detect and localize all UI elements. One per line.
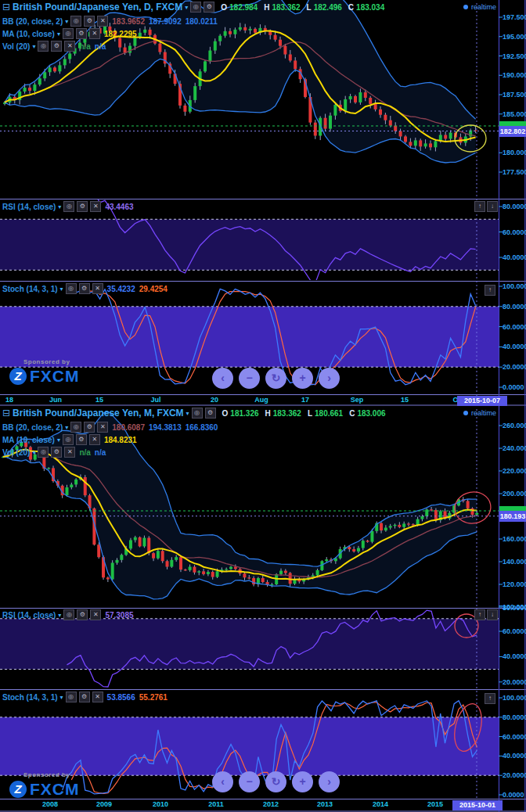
eye-icon[interactable]: ◎ — [63, 609, 74, 620]
eye-icon[interactable]: ◎ — [63, 201, 74, 212]
eye-icon[interactable]: ◎ — [192, 408, 203, 419]
eye-icon[interactable]: ◎ — [190, 2, 201, 13]
move-pane-down-icon[interactable]: ↓ — [487, 609, 498, 620]
reset-view-button[interactable]: ↻ — [265, 368, 286, 389]
eye-icon[interactable]: ◎ — [63, 28, 74, 39]
indicator-label-bb[interactable]: BB (20, close, 2) — [2, 17, 63, 26]
bb-lower-value: 166.8360 — [186, 423, 218, 432]
gear-icon[interactable]: ⚙ — [204, 2, 214, 13]
realtime-dot-icon — [463, 411, 468, 415]
close-icon[interactable]: ✕ — [92, 692, 103, 702]
gear-icon[interactable]: ⚙ — [76, 28, 87, 39]
move-pane-up-icon[interactable]: ↑ — [474, 609, 485, 620]
indicator-label-vol[interactable]: Vol (20) — [2, 448, 30, 457]
zoom-in-button[interactable]: + — [292, 771, 313, 792]
stoch-d-value: 29.4254 — [139, 285, 168, 293]
gear-icon[interactable]: ⚙ — [77, 609, 88, 620]
chevron-down-icon: ▾ — [32, 449, 35, 456]
rsi-pane[interactable] — [0, 610, 499, 687]
price-tick-label: 187.500 — [503, 91, 526, 99]
close-icon[interactable]: ✕ — [90, 609, 101, 620]
pane-controls-rsi-monthly: ↑ ↓ — [474, 609, 498, 620]
rsi-tick-label: 60.0000 — [503, 228, 526, 236]
eye-icon[interactable]: ◎ — [63, 434, 74, 445]
indicator-label-rsi[interactable]: RSI (14, close) — [2, 611, 56, 620]
eye-icon[interactable]: ◎ — [70, 422, 81, 433]
collapse-chart-icon[interactable]: ⊟ — [2, 2, 10, 12]
close-icon[interactable]: ✕ — [97, 16, 108, 27]
eye-icon[interactable]: ◎ — [38, 41, 49, 52]
symbol-title-daily[interactable]: British Pound/Japanese Yen, D, FXCM — [13, 2, 182, 13]
indicator-row-stoch-daily: Stoch (14, 3, 1) ▾ ◎ ⚙ ✕ 35.4232 29.4254 — [2, 283, 168, 294]
close-icon[interactable]: ✕ — [97, 422, 108, 433]
eye-icon[interactable]: ◎ — [70, 16, 81, 27]
eye-icon[interactable]: ◎ — [66, 283, 77, 294]
indicator-row-ma-daily: MA (10, close) ▾ ◎ ⚙ ✕ 182.2295 — [2, 28, 137, 39]
stoch-tick-label: 100.000 — [503, 282, 526, 290]
pane-controls-rsi-daily: ↑ ↓ — [474, 201, 498, 212]
low-letter: L — [308, 409, 312, 418]
chart-canvas[interactable] — [0, 0, 526, 812]
fxcm-logo-icon: Z — [9, 368, 27, 385]
zoom-in-button[interactable]: + — [292, 368, 313, 389]
close-icon[interactable]: ✕ — [64, 447, 75, 458]
open-letter: O — [222, 409, 229, 418]
gear-icon[interactable]: ⚙ — [205, 408, 216, 419]
stoch-k-value: 53.8566 — [107, 693, 135, 702]
close-icon[interactable]: ✕ — [90, 201, 101, 212]
gear-icon[interactable]: ⚙ — [51, 447, 62, 458]
eye-icon[interactable]: ◎ — [38, 447, 49, 458]
eye-icon[interactable]: ◎ — [66, 692, 77, 702]
scroll-left-button[interactable]: ‹ — [212, 368, 233, 389]
rsi-band — [0, 219, 499, 270]
zoom-out-button[interactable]: − — [239, 771, 260, 792]
gear-icon[interactable]: ⚙ — [84, 16, 95, 27]
gear-icon[interactable]: ⚙ — [79, 283, 90, 294]
realtime-dot-icon — [463, 5, 468, 9]
close-icon[interactable]: ✕ — [92, 283, 103, 294]
chart-header-monthly: ⊟ British Pound/Japanese Yen, M, FXCM ▾ … — [2, 408, 386, 419]
chevron-down-icon: ▾ — [65, 424, 68, 431]
time-axis-label: Jun — [49, 396, 62, 404]
gear-icon[interactable]: ⚙ — [77, 201, 88, 212]
indicator-label-bb[interactable]: BB (20, close, 2) — [2, 423, 63, 432]
gear-icon[interactable]: ⚙ — [79, 692, 90, 702]
rsi-tick-label: 40.0000 — [503, 253, 526, 261]
close-icon[interactable]: ✕ — [89, 28, 100, 39]
zoom-out-button[interactable]: − — [239, 368, 260, 389]
indicator-label-rsi[interactable]: RSI (14, close) — [2, 203, 56, 211]
indicator-label-ma[interactable]: MA (10, close) — [2, 436, 55, 444]
stoch-tick-label: 80.0000 — [503, 303, 526, 311]
indicator-row-ma-monthly: MA (10, close) ▾ ◎ ⚙ ✕ 184.8231 — [2, 434, 137, 445]
price-tick-label: 192.500 — [503, 52, 526, 60]
scroll-left-button[interactable]: ‹ — [212, 771, 233, 792]
close-icon[interactable]: ✕ — [89, 434, 100, 445]
indicator-label-stoch[interactable]: Stoch (14, 3, 1) — [2, 285, 58, 293]
move-pane-down-icon[interactable]: ↓ — [487, 201, 498, 212]
scroll-right-button[interactable]: › — [319, 771, 340, 792]
reset-view-button[interactable]: ↻ — [265, 771, 286, 792]
indicator-label-ma[interactable]: MA (10, close) — [2, 30, 55, 38]
close-letter: C — [348, 3, 354, 12]
stoch-tick-label: 80.0000 — [503, 713, 526, 721]
stoch-tick-label: 40.0000 — [503, 752, 526, 760]
gear-icon[interactable]: ⚙ — [51, 41, 62, 52]
stoch-band — [0, 307, 499, 367]
symbol-title-monthly[interactable]: British Pound/Japanese Yen, M, FXCM — [13, 408, 184, 419]
move-pane-up-icon[interactable]: ↑ — [485, 693, 495, 704]
indicator-label-stoch[interactable]: Stoch (14, 3, 1) — [2, 693, 58, 702]
collapse-chart-icon[interactable]: ⊟ — [2, 408, 10, 418]
gear-icon[interactable]: ⚙ — [84, 422, 95, 433]
gear-icon[interactable]: ⚙ — [76, 434, 87, 445]
chart-nav-monthly: ‹ − ↻ + › — [212, 771, 340, 792]
move-pane-up-icon[interactable]: ↑ — [485, 285, 495, 296]
close-icon[interactable]: ✕ — [64, 41, 75, 52]
price-tick-label: 120.000 — [503, 580, 526, 588]
indicator-row-vol-monthly: Vol (20) ▾ ◎ ⚙ ✕ n/a n/a — [2, 447, 106, 458]
indicator-label-vol[interactable]: Vol (20) — [2, 42, 30, 51]
indicator-row-bb-monthly: BB (20, close, 2) ▾ ◎ ⚙ ✕ 180.6087 194.3… — [2, 422, 218, 433]
close-letter: C — [349, 409, 355, 418]
low-value: 180.661 — [315, 409, 343, 418]
scroll-right-button[interactable]: › — [319, 368, 340, 389]
move-pane-up-icon[interactable]: ↑ — [474, 201, 485, 212]
